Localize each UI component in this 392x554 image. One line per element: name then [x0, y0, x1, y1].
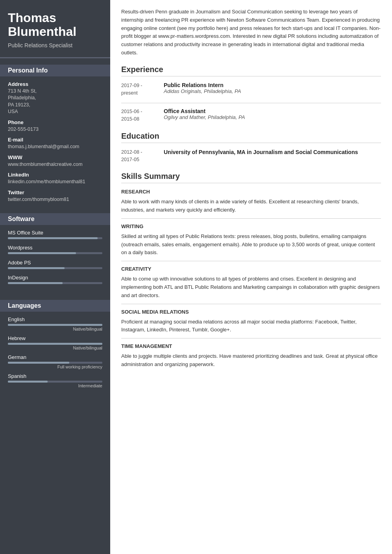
job-title: Public Relations Intern [164, 82, 241, 88]
skill-category: SOCIAL MEDIA RELATIONS [121, 309, 381, 315]
software-item: MS Office Suite [8, 230, 102, 239]
education-date: 2012-08 -2017-05 [121, 149, 157, 164]
education-heading: Education [121, 132, 381, 143]
skills-section: Skills Summary RESEARCH Able to work wit… [121, 172, 381, 369]
education-list: 2012-08 -2017-05 University of Pennsylva… [121, 149, 381, 164]
language-bar-fill [8, 324, 102, 326]
candidate-title: Public Relations Specialist [8, 42, 102, 49]
experience-list: 2017-09 -present Public Relations Intern… [121, 82, 381, 123]
experience-heading: Experience [121, 65, 381, 76]
phone-label: Phone [8, 119, 102, 125]
languages-heading: Languages [0, 300, 110, 312]
software-bar-fill [8, 237, 98, 239]
software-bar-track [8, 237, 102, 239]
language-name: German [8, 354, 102, 360]
software-name: MS Office Suite [8, 230, 102, 236]
languages-section: Languages English Native/bilingual Hebre… [0, 294, 110, 396]
software-list: MS Office Suite Wordpress Adobe PS InDes… [8, 230, 102, 284]
www-value: www.thomblumenthalcreative.com [8, 161, 102, 168]
candidate-name: Thomas Blumenthal [8, 11, 102, 39]
skill-description: Proficient at managing social media rela… [121, 318, 381, 335]
skill-divider [121, 218, 381, 219]
education-row: 2012-08 -2017-05 University of Pennsylva… [121, 149, 381, 164]
skill-divider [121, 304, 381, 304]
language-level: Native/bilingual [8, 346, 102, 350]
skill-description: Able to come up with innovative solution… [121, 275, 381, 299]
software-item: Wordpress [8, 245, 102, 254]
language-bar-track [8, 381, 102, 383]
sidebar-header: Thomas Blumenthal Public Relations Speci… [0, 0, 110, 58]
language-bar-track [8, 362, 102, 364]
language-level: Full working proficiency [8, 364, 102, 369]
education-name: University of Pennsylvania, MA in Journa… [164, 149, 358, 164]
language-name: Hebrew [8, 335, 102, 341]
experience-date: 2015-06 -2015-08 [121, 108, 157, 123]
email-value: thomas.j.blumenthal@gmail.com [8, 143, 102, 151]
phone-value: 202-555-0173 [8, 126, 102, 133]
skill-item: WRITING Skilled at writing all types of … [121, 223, 381, 257]
address-label: Address [8, 81, 102, 87]
skill-description: Skilled at writing all types of Public R… [121, 232, 381, 257]
skill-description: Able to juggle multiple clients and proj… [121, 352, 381, 369]
experience-row: 2015-06 -2015-08 Office Assistant Ogilvy… [121, 108, 381, 123]
education-section: Education 2012-08 -2017-05 University of… [121, 132, 381, 164]
personal-info-section: Personal Info Address 713 N 4th St,Phila… [0, 58, 110, 207]
experience-section: Experience 2017-09 -present Public Relat… [121, 65, 381, 123]
skill-divider [121, 261, 381, 261]
personal-info-heading: Personal Info [0, 65, 110, 76]
experience-detail: Office Assistant Ogilvy and Mather, Phil… [164, 108, 245, 123]
company-name: Ogilvy and Mather, Philadelphia, PA [164, 114, 245, 120]
experience-detail: Public Relations Intern Adidas Originals… [164, 82, 241, 97]
software-bar-track [8, 282, 102, 284]
language-level: Native/bilingual [8, 327, 102, 331]
skill-item: RESEARCH Able to work with many kinds of… [121, 189, 381, 214]
software-bar-track [8, 252, 102, 254]
skill-item: TIME MANAGEMENT Able to juggle multiple … [121, 343, 381, 369]
skill-description: Able to work with many kinds of clients … [121, 198, 381, 214]
language-item: German Full working proficiency [8, 354, 102, 369]
experience-date: 2017-09 -present [121, 82, 157, 97]
job-title: Office Assistant [164, 108, 245, 114]
language-level: Intermediate [8, 383, 102, 388]
company-name: Adidas Originals, Philadelphia, PA [164, 88, 241, 94]
skills-list: RESEARCH Able to work with many kinds of… [121, 189, 381, 369]
skill-item: CREATIVITY Able to come up with innovati… [121, 266, 381, 299]
sidebar: Thomas Blumenthal Public Relations Speci… [0, 0, 110, 554]
languages-list: English Native/bilingual Hebrew Native/b… [8, 316, 102, 388]
twitter-value: twitter.com/thommybloom81 [8, 196, 102, 203]
software-item: Adobe PS [8, 260, 102, 269]
skills-heading: Skills Summary [121, 172, 381, 183]
linkedin-value: linkedin.com/me/thomblumenthal81 [8, 178, 102, 186]
software-item: InDesign [8, 275, 102, 284]
skill-divider [121, 338, 381, 338]
skill-category: TIME MANAGEMENT [121, 343, 381, 349]
language-item: Hebrew Native/bilingual [8, 335, 102, 350]
software-name: Adobe PS [8, 260, 102, 266]
summary-text: Results-driven Penn graduate in Journali… [121, 8, 381, 57]
skill-category: CREATIVITY [121, 266, 381, 272]
language-bar-fill [8, 381, 48, 383]
skill-category: WRITING [121, 223, 381, 229]
linkedin-label: LinkedIn [8, 172, 102, 178]
experience-divider [121, 103, 381, 103]
www-label: WWW [8, 154, 102, 160]
language-name: English [8, 316, 102, 322]
twitter-label: Twitter [8, 190, 102, 195]
language-bar-track [8, 324, 102, 326]
email-label: E-mail [8, 137, 102, 143]
language-bar-fill [8, 343, 102, 345]
software-heading: Software [0, 213, 110, 225]
software-section: Software MS Office Suite Wordpress Adobe… [0, 207, 110, 294]
software-name: Wordpress [8, 245, 102, 251]
experience-row: 2017-09 -present Public Relations Intern… [121, 82, 381, 97]
software-bar-fill [8, 267, 65, 269]
software-bar-fill [8, 282, 63, 284]
language-item: Spanish Intermediate [8, 373, 102, 388]
language-item: English Native/bilingual [8, 316, 102, 331]
software-bar-track [8, 267, 102, 269]
software-bar-fill [8, 252, 76, 254]
language-bar-track [8, 343, 102, 345]
main-content: Results-driven Penn graduate in Journali… [110, 0, 392, 554]
language-name: Spanish [8, 373, 102, 379]
software-name: InDesign [8, 275, 102, 281]
